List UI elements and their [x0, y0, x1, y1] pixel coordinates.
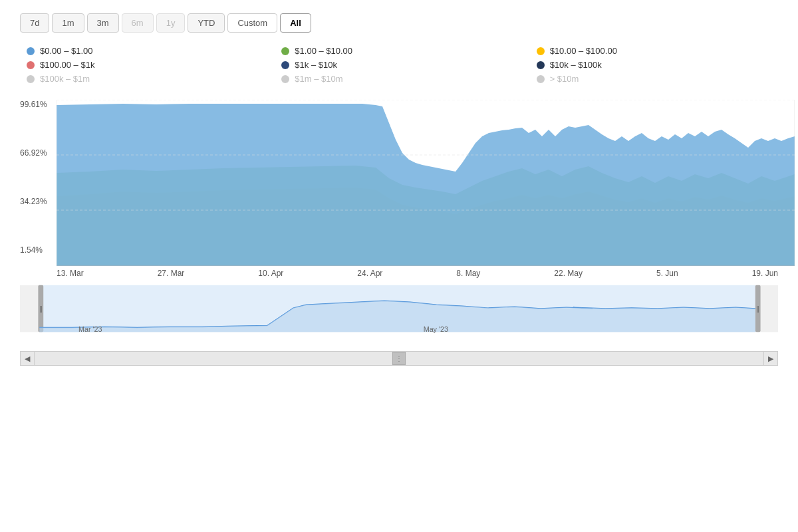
legend-dot [27, 61, 35, 69]
legend-item: $1.00 – $10.00 [281, 46, 523, 56]
svg-text:Mar '23: Mar '23 [78, 325, 102, 333]
legend-dot [27, 47, 35, 55]
legend-label: $1m – $10m [295, 74, 342, 84]
main-chart-wrapper: 99.61%66.92%34.23%1.54% [20, 100, 778, 278]
navigator[interactable]: ‖ ‖ Mar '23 May '23 [20, 285, 778, 351]
x-axis-label: 8. May [456, 269, 480, 278]
legend-dot [537, 61, 545, 69]
legend-dot [281, 47, 289, 55]
chart-legend: $0.00 – $1.00$1.00 – $10.00$10.00 – $100… [20, 46, 778, 84]
time-btn-all[interactable]: All [280, 13, 311, 33]
legend-label: $100.00 – $1k [40, 60, 94, 70]
legend-label: $10k – $100k [550, 60, 602, 70]
svg-text:‖: ‖ [756, 305, 759, 313]
y-axis-label: 66.92% [20, 148, 57, 158]
navigator-chart: ‖ ‖ Mar '23 May '23 [20, 285, 778, 338]
legend-dot [537, 47, 545, 55]
x-axis-label: 13. Mar [57, 269, 84, 278]
time-btn-1m[interactable]: 1m [52, 13, 84, 33]
x-axis-labels: 13. Mar27. Mar10. Apr24. Apr8. May22. Ma… [20, 266, 778, 278]
legend-dot [281, 61, 289, 69]
time-btn-6m[interactable]: 6m [122, 13, 154, 33]
legend-item: $1k – $10k [281, 60, 523, 70]
area-chart [57, 100, 795, 266]
y-axis-label: 1.54% [20, 245, 57, 255]
y-axis-labels: 99.61%66.92%34.23%1.54% [20, 100, 57, 258]
svg-text:‖: ‖ [39, 305, 43, 313]
y-axis-label: 99.61% [20, 100, 57, 109]
x-axis-label: 10. Apr [258, 269, 283, 278]
x-axis-label: 19. Jun [752, 269, 778, 278]
legend-dot [281, 75, 289, 83]
time-btn-1y[interactable]: 1y [156, 13, 186, 33]
svg-text:May '23: May '23 [424, 325, 448, 333]
scroll-right-arrow[interactable]: ▶ [763, 351, 778, 366]
main-chart [57, 100, 778, 266]
legend-label: $0.00 – $1.00 [40, 46, 93, 56]
scroll-left-arrow[interactable]: ◀ [20, 351, 35, 366]
y-axis-label: 34.23% [20, 197, 57, 206]
legend-item: $100.00 – $1k [27, 60, 268, 70]
time-btn-ytd[interactable]: YTD [188, 13, 225, 33]
x-axis-label: 5. Jun [656, 269, 678, 278]
legend-item: $1m – $10m [281, 74, 523, 84]
legend-item: $10.00 – $100.00 [537, 46, 778, 56]
legend-item: $10k – $100k [537, 60, 778, 70]
legend-label: $1k – $10k [295, 60, 337, 70]
x-axis-label: 27. Mar [158, 269, 185, 278]
legend-dot [537, 75, 545, 83]
scroll-track[interactable]: ⋮ [35, 351, 763, 366]
time-btn-7d[interactable]: 7d [20, 13, 49, 33]
scroll-thumb[interactable]: ⋮ [392, 352, 406, 365]
time-btn-custom[interactable]: Custom [227, 13, 277, 33]
legend-label: > $10m [550, 74, 579, 84]
legend-item: $100k – $1m [27, 74, 268, 84]
legend-label: $10.00 – $100.00 [550, 46, 617, 56]
x-axis-label: 22. May [554, 269, 583, 278]
time-range-toolbar: 7d1m3m6m1yYTDCustomAll [20, 13, 778, 33]
legend-item: $0.00 – $1.00 [27, 46, 268, 56]
legend-label: $1.00 – $10.00 [295, 46, 352, 56]
legend-label: $100k – $1m [40, 74, 90, 84]
scrollbar[interactable]: ◀ ⋮ ▶ [20, 351, 778, 366]
legend-item: > $10m [537, 74, 778, 84]
time-btn-3m[interactable]: 3m [87, 13, 119, 33]
x-axis-label: 24. Apr [357, 269, 382, 278]
legend-dot [27, 75, 35, 83]
